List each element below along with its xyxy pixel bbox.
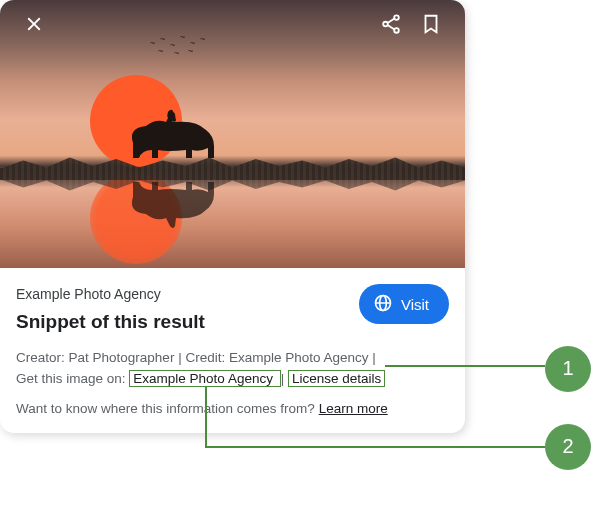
share-button[interactable]: [371, 6, 411, 46]
elephant-reflection: [118, 172, 228, 232]
svg-point-0: [394, 15, 399, 20]
image-viewer-topbar: [0, 0, 465, 52]
credit-label: Credit:: [185, 350, 225, 365]
info-source-footer: Want to know where this information come…: [16, 399, 449, 419]
annotation-badge-1: 1: [545, 346, 591, 392]
annotation-line-2-vert: [205, 387, 207, 447]
svg-point-1: [383, 22, 388, 27]
svg-line-3: [388, 19, 395, 23]
close-button[interactable]: [14, 6, 54, 46]
result-snippet-title: Snippet of this result: [16, 308, 205, 336]
annotation-line-2: [205, 446, 545, 448]
learn-more-link[interactable]: Learn more: [319, 401, 388, 416]
bookmark-button[interactable]: [411, 6, 451, 46]
visit-button-label: Visit: [401, 296, 429, 313]
annotation-badge-2: 2: [545, 424, 591, 470]
footer-question: Want to know where this information come…: [16, 401, 315, 416]
visit-button[interactable]: Visit: [359, 284, 449, 324]
metadata-block: Creator: Pat Photographer | Credit: Exam…: [16, 348, 449, 389]
image-result-card: ~~ ~~ ~~ ~~ ~: [0, 0, 465, 433]
provider-link-highlight: Example Photo Agency: [129, 370, 280, 387]
globe-icon: [373, 293, 393, 316]
source-name: Example Photo Agency: [16, 284, 205, 304]
svg-line-4: [388, 25, 395, 29]
hero-image: ~~ ~~ ~~ ~~ ~: [0, 0, 465, 268]
close-icon: [23, 13, 45, 39]
creator-label: Creator:: [16, 350, 65, 365]
creator-value: Pat Photographer: [69, 350, 175, 365]
share-icon: [380, 13, 402, 39]
treeline-reflection-graphic: [0, 168, 465, 196]
bookmark-icon: [420, 13, 442, 39]
credit-value: Example Photo Agency: [229, 350, 369, 365]
provider-link[interactable]: Example Photo Agency: [133, 371, 273, 386]
elephant-silhouette: [118, 108, 228, 168]
card-body: Example Photo Agency Snippet of this res…: [0, 268, 465, 433]
license-link-highlight: License details: [288, 370, 385, 387]
license-details-link[interactable]: License details: [292, 371, 381, 386]
annotation-line-1: [385, 365, 545, 367]
get-image-label: Get this image on:: [16, 371, 126, 386]
svg-point-2: [394, 28, 399, 33]
